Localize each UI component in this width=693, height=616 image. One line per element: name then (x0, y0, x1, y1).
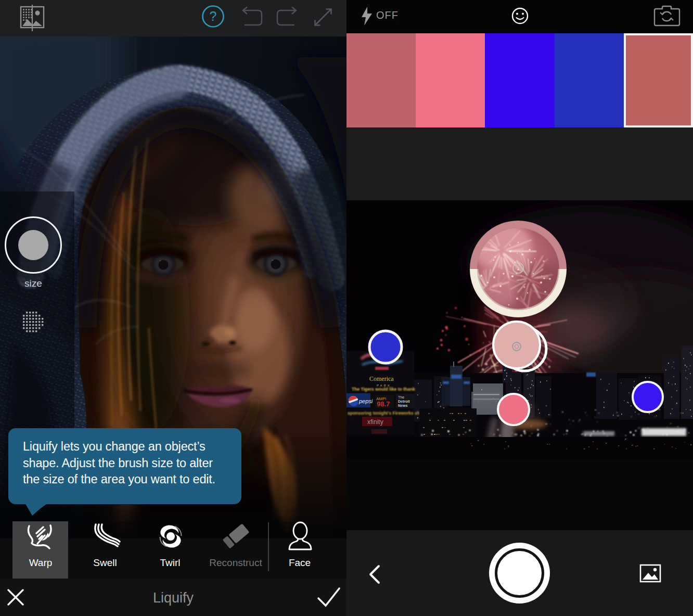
svg-text:?: ? (210, 9, 217, 23)
